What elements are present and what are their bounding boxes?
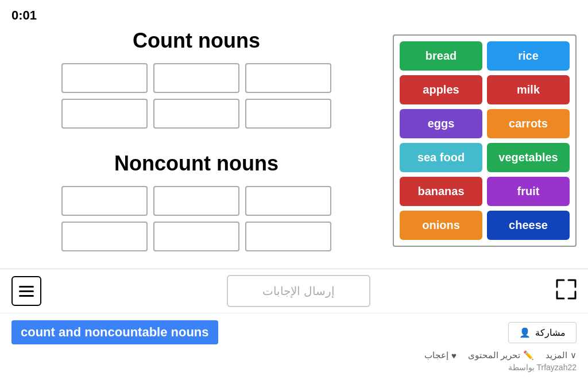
word-tile-onions[interactable]: onions bbox=[400, 211, 482, 240]
drop-box[interactable] bbox=[61, 222, 148, 251]
noncount-nouns-title: Noncount nouns bbox=[114, 152, 278, 176]
footer: count and noncountable nouns مشاركة 👤 ∨ … bbox=[0, 313, 588, 379]
expand-button[interactable] bbox=[556, 279, 577, 304]
left-panel: Count nouns Noncount nouns bbox=[11, 11, 381, 263]
word-tile-carrots[interactable]: carrots bbox=[487, 109, 570, 138]
drop-box[interactable] bbox=[245, 99, 331, 129]
share-button[interactable]: مشاركة 👤 bbox=[508, 322, 577, 343]
more-label: المزيد bbox=[546, 350, 567, 360]
activity-title: count and noncountable nouns bbox=[11, 320, 218, 344]
count-nouns-grid bbox=[61, 63, 331, 129]
submit-button[interactable]: إرسال الإجابات bbox=[227, 275, 370, 307]
drop-box[interactable] bbox=[61, 99, 148, 129]
drop-box[interactable] bbox=[153, 222, 239, 251]
heart-icon: ♥ bbox=[451, 351, 457, 360]
word-tile-bread[interactable]: bread bbox=[400, 41, 482, 71]
timer: 0:01 bbox=[11, 8, 37, 23]
edit-icon: ✏️ bbox=[523, 350, 534, 360]
like-action[interactable]: ♥ إعجاب bbox=[424, 350, 457, 360]
edit-action[interactable]: ✏️ تحرير المحتوى bbox=[468, 350, 534, 360]
expand-icon bbox=[556, 279, 577, 300]
menu-button[interactable] bbox=[11, 276, 41, 306]
word-tile-bananas[interactable]: bananas bbox=[400, 177, 482, 206]
word-tile-sea_food[interactable]: sea food bbox=[400, 143, 482, 172]
word-tile-vegetables[interactable]: vegetables bbox=[487, 143, 570, 172]
bottom-bar: إرسال الإجابات bbox=[0, 269, 588, 313]
menu-line bbox=[19, 295, 34, 297]
drop-box[interactable] bbox=[153, 99, 239, 129]
footer-top: count and noncountable nouns مشاركة 👤 bbox=[11, 320, 577, 344]
person-icon: 👤 bbox=[519, 327, 531, 338]
word-tile-eggs[interactable]: eggs bbox=[400, 109, 482, 138]
drop-box[interactable] bbox=[61, 186, 148, 216]
main-content: Count nouns Noncount nouns breadriceappl… bbox=[0, 0, 588, 263]
drop-box[interactable] bbox=[61, 63, 148, 93]
footer-actions: ∨ المزيد ✏️ تحرير المحتوى ♥ إعجاب bbox=[11, 350, 577, 360]
edit-label: تحرير المحتوى bbox=[468, 350, 520, 360]
chevron-down-icon: ∨ bbox=[570, 350, 577, 360]
drop-box[interactable] bbox=[245, 222, 331, 251]
word-tile-cheese[interactable]: cheese bbox=[487, 211, 570, 240]
drop-box[interactable] bbox=[245, 63, 331, 93]
drop-box[interactable] bbox=[153, 63, 239, 93]
word-tile-milk[interactable]: milk bbox=[487, 75, 570, 104]
menu-line bbox=[19, 290, 34, 292]
word-tile-fruit[interactable]: fruit bbox=[487, 177, 570, 206]
like-label: إعجاب bbox=[424, 350, 448, 360]
share-label: مشاركة bbox=[535, 327, 566, 338]
word-tiles-panel: breadriceapplesmilkeggscarrotssea foodve… bbox=[393, 34, 577, 247]
word-tile-rice[interactable]: rice bbox=[487, 41, 570, 71]
count-nouns-title: Count nouns bbox=[133, 29, 260, 53]
footer-byline: بواسطة Trfayzah22 bbox=[11, 363, 577, 372]
word-tile-apples[interactable]: apples bbox=[400, 75, 482, 104]
noncount-nouns-grid bbox=[61, 186, 331, 251]
drop-box[interactable] bbox=[153, 186, 239, 216]
more-action[interactable]: ∨ المزيد bbox=[546, 350, 577, 360]
drop-box[interactable] bbox=[245, 186, 331, 216]
menu-line bbox=[19, 286, 34, 288]
